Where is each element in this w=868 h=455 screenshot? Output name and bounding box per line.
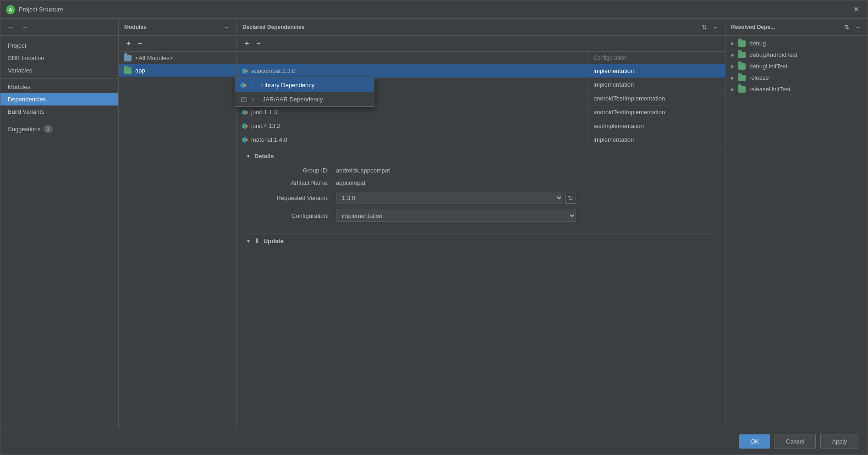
deps-collapse-button[interactable]: − (711, 22, 720, 32)
dep-conf-espresso: androidTestImplementation (588, 92, 725, 105)
details-form: Group ID: androidx.appcompat Artifact Na… (255, 167, 576, 222)
deps-panel-title: Declared Dependencies (242, 24, 304, 30)
resolved-item-debugUnitTest[interactable]: ▶ debugUnitTest (725, 61, 868, 72)
dropdown-item-library-label: Library Dependency (261, 82, 314, 89)
dep-icon-junit4132 (242, 123, 247, 129)
config-select[interactable]: implementation (336, 210, 576, 222)
sidebar: ← → Project SDK Location Variables Modul… (0, 19, 119, 428)
resolved-expand-button[interactable]: ⇅ (842, 22, 852, 32)
dropdown-item-jar[interactable]: 2 JAR/AAR Dependency (237, 92, 374, 106)
dropdown-num-1: 1 (250, 83, 257, 88)
modules-list: <All Modules> app (119, 52, 236, 428)
sidebar-item-dependencies[interactable]: Dependencies (0, 93, 118, 105)
dep-icon-material (242, 137, 247, 143)
folder-icon (124, 55, 132, 61)
details-title: Details (254, 153, 274, 160)
folder-icon-app (124, 67, 132, 74)
deps-expand-button[interactable]: ⇅ (699, 22, 709, 32)
details-header: ▼ Details (246, 153, 716, 160)
dependencies-panel: Declared Dependencies ⇅ − + − (237, 19, 725, 428)
sidebar-nav: Project SDK Location Variables Modules D… (0, 36, 118, 139)
resolved-list: ▶ debug ▶ debugAndroidTest ▶ debugUnitTe… (725, 36, 868, 428)
sidebar-item-project[interactable]: Project (0, 39, 118, 52)
dep-name-material: material:1.4.0 (237, 133, 588, 146)
modules-remove-button[interactable]: − (136, 39, 144, 49)
svg-rect-0 (242, 97, 246, 102)
resolved-item-releaseUnitTest[interactable]: ▶ releaseUnitTest (725, 83, 868, 95)
dropdown-item-jar-label: JAR/AAR Dependency (263, 96, 323, 103)
group-id-value: androidx.appcompat (336, 167, 576, 174)
dep-row-junit4132[interactable]: junit:4.13.2 testImplementation (237, 119, 725, 133)
modules-add-button[interactable]: + (124, 39, 133, 49)
resolved-item-debugAndroidTest[interactable]: ▶ debugAndroidTest (725, 49, 868, 61)
library-dep-icon (241, 83, 246, 88)
close-button[interactable]: ✕ (851, 4, 862, 15)
update-label: Update (264, 238, 284, 244)
sidebar-item-suggestions[interactable]: Suggestions 3 (0, 122, 118, 136)
update-download-icon: ⬇ (254, 237, 260, 244)
version-label: Requested Version: (255, 194, 329, 201)
config-label: Configuration: (255, 212, 329, 219)
dropdown-item-library[interactable]: 1 Library Dependency (237, 78, 374, 92)
dep-icon-appcompat (242, 68, 247, 74)
nav-back-button[interactable]: ← (6, 22, 16, 32)
resolved-panel-header: Resolved Depe... ⇅ − (725, 19, 868, 36)
sidebar-item-modules[interactable]: Modules (0, 81, 118, 93)
nav-forward-button[interactable]: → (20, 22, 30, 32)
dep-conf-appcompat: implementation (588, 64, 725, 78)
project-structure-dialog: A Project Structure ✕ ← → Project SDK Lo… (0, 0, 868, 455)
module-item-app[interactable]: app (119, 64, 236, 77)
dep-conf-junit4132: testImplementation (588, 119, 725, 133)
details-collapse-arrow[interactable]: ▼ (246, 154, 251, 159)
chevron-releaseUnitTest: ▶ (731, 87, 735, 92)
sidebar-divider-1 (0, 78, 118, 79)
folder-icon-debugUnitTest (738, 63, 746, 70)
folder-icon-debug (738, 40, 746, 47)
dep-name-junit113: junit:1.1.3 (237, 105, 588, 119)
title-bar: A Project Structure ✕ (0, 0, 868, 19)
resolved-collapse-button[interactable]: − (854, 22, 862, 32)
nav-arrows: ← → (0, 19, 118, 36)
resolved-item-release[interactable]: ▶ release (725, 72, 868, 83)
version-select[interactable]: 1.3.0 (336, 192, 563, 204)
dropdown-num-2: 2 (252, 97, 258, 102)
add-dependency-dropdown: 1 Library Dependency 2 JAR/AAR Dependenc… (237, 78, 374, 107)
dep-row-material[interactable]: material:1.4.0 implementation (237, 133, 725, 147)
sidebar-item-variables[interactable]: Variables (0, 64, 118, 77)
dep-row-junit113[interactable]: junit:1.1.3 androidTestImplementation (237, 105, 725, 119)
module-item-all[interactable]: <All Modules> (119, 52, 236, 64)
cancel-button[interactable]: Cancel (775, 434, 816, 449)
modules-toolbar: + − (119, 36, 236, 52)
sidebar-item-build-variants[interactable]: Build Variants (0, 105, 118, 118)
deps-col-dependency (237, 52, 588, 64)
jar-dep-icon (241, 96, 247, 103)
modules-panel-title: Modules (124, 24, 147, 30)
update-collapse-arrow[interactable]: ▼ (246, 239, 251, 244)
deps-col-configuration: Configuration (588, 52, 725, 64)
dep-conf-constraintlayout: implementation (588, 78, 725, 91)
deps-add-button[interactable]: + (242, 39, 251, 49)
folder-icon-release (738, 75, 746, 81)
ok-button[interactable]: OK (739, 434, 770, 449)
group-id-label: Group ID: (255, 167, 329, 174)
version-refresh-button[interactable]: ↻ (565, 193, 576, 204)
deps-remove-button[interactable]: − (254, 39, 263, 49)
deps-table-header: Configuration (237, 52, 725, 64)
suggestions-badge: 3 (44, 125, 53, 133)
folder-icon-debugAndroidTest (738, 52, 746, 58)
deps-panel-header: Declared Dependencies ⇅ − (237, 19, 725, 36)
artifact-value: appcompat (336, 179, 576, 186)
dep-row-appcompat[interactable]: appcompat:1.3.0 implementation (237, 64, 725, 78)
resolved-panel-title: Resolved Depe... (731, 24, 775, 30)
dep-conf-junit113: androidTestImplementation (588, 105, 725, 119)
chevron-debugAndroidTest: ▶ (731, 52, 735, 57)
folder-icon-releaseUnitTest (738, 86, 746, 93)
sidebar-item-sdk-location[interactable]: SDK Location (0, 52, 118, 64)
resolved-item-debug[interactable]: ▶ debug (725, 38, 868, 49)
deps-panel-actions: ⇅ − (699, 22, 720, 32)
modules-collapse-button[interactable]: − (223, 22, 231, 32)
chevron-debugUnitTest: ▶ (731, 64, 735, 69)
dep-name-appcompat: appcompat:1.3.0 (237, 64, 588, 78)
apply-button[interactable]: Apply (820, 434, 858, 449)
resolved-panel: Resolved Depe... ⇅ − ▶ debug ▶ debugAndr… (725, 19, 868, 428)
